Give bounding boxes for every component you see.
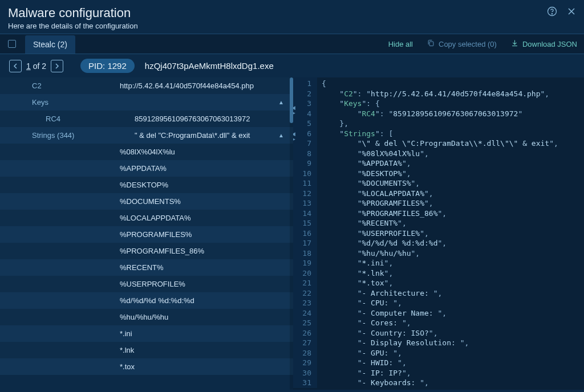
pid-label: PID: xyxy=(88,61,105,71)
label-c2: C2 xyxy=(32,81,42,90)
copy-icon xyxy=(427,39,435,49)
tabbar: Stealc (2) Hide all Copy selected (0) Do… xyxy=(0,34,584,54)
copy-selected-label: Copy selected (0) xyxy=(439,40,497,48)
tree-row-string[interactable]: %APPDATA% xyxy=(0,160,293,177)
pager-prev-button[interactable] xyxy=(9,60,22,72)
main: C2 http://5.42.64.41/40d570f44e84a454.ph… xyxy=(0,77,584,390)
string-value: %USERPROFILE% xyxy=(120,280,185,288)
pager-text: 1 of 2 xyxy=(26,62,46,71)
tree-row-string[interactable]: %PROGRAMFILES% xyxy=(0,226,293,243)
download-json-label: Download JSON xyxy=(522,40,577,48)
tree-row-c2[interactable]: C2 http://5.42.64.41/40d570f44e84a454.ph… xyxy=(0,77,293,94)
string-value: %APPDATA% xyxy=(120,164,167,173)
value-rc4: 8591289561096763067063013972 xyxy=(135,115,250,123)
help-icon[interactable] xyxy=(546,6,558,19)
download-icon xyxy=(510,39,519,49)
string-value: *.ini xyxy=(120,329,132,338)
code-lines[interactable]: { "C2": "http://5.42.64.41/40d570f44e84a… xyxy=(317,77,558,388)
hide-all-label: Hide all xyxy=(388,40,413,48)
page-title: Malware configuration xyxy=(8,6,576,21)
tree-row-string[interactable]: %PROGRAMFILES_86% xyxy=(0,243,293,259)
tree-row-string[interactable]: %DOCUMENTS% xyxy=(0,193,293,210)
tree-row-string[interactable]: %USERPROFILE% xyxy=(0,276,293,292)
tree-row-keys[interactable]: Keys ▲ xyxy=(0,94,293,111)
download-json-button[interactable]: Download JSON xyxy=(510,39,577,49)
string-value: %08lX%04lX%lu xyxy=(120,148,175,156)
string-value: %DESKTOP% xyxy=(120,181,168,189)
string-value: %LOCALAPPDATA% xyxy=(120,214,191,222)
pid-value: 1292 xyxy=(107,61,126,71)
copy-selected-button[interactable]: Copy selected (0) xyxy=(427,39,497,49)
value-c2: http://5.42.64.41/40d570f44e84a454.php xyxy=(120,81,254,90)
value-strings-first: " & del "C:ProgramData\*.dll" & exit xyxy=(135,131,250,140)
line-gutter: 1234567891011121314151617181920212223242… xyxy=(293,77,317,388)
svg-point-1 xyxy=(551,14,552,14)
tree-row-string[interactable]: %RECENT% xyxy=(0,259,293,276)
tree-row-string[interactable]: *.ini xyxy=(0,325,293,342)
string-value: %hu/%hu/%hu xyxy=(120,313,168,321)
pid-chip[interactable]: PID: 1292 xyxy=(80,59,135,73)
tree-row-string[interactable]: %hu/%hu/%hu xyxy=(0,309,293,325)
tree-row-string[interactable]: %d/%d/%d %d:%d:%d xyxy=(0,292,293,309)
pager-of: of xyxy=(33,62,40,71)
process-exe: hzQj407t3pAeMkmtH8lxdDg1.exe xyxy=(145,61,274,71)
pager-total: 2 xyxy=(42,62,46,71)
tree-row-string[interactable]: %LOCALAPPDATA% xyxy=(0,210,293,226)
string-value: %d/%d/%d %d:%d:%d xyxy=(120,296,194,305)
tree-row-string[interactable]: %DESKTOP% xyxy=(0,177,293,193)
page-subtitle: Here are the details of the configuratio… xyxy=(8,22,576,30)
pager-next-button[interactable] xyxy=(51,60,63,72)
string-value: %PROGRAMFILES_86% xyxy=(120,247,204,255)
json-panel: ◀▶ ◀▶ 1234567891011121314151617181920212… xyxy=(293,77,584,390)
string-value: %RECENT% xyxy=(120,263,164,272)
tree-row-string[interactable]: *.lnk xyxy=(0,342,293,358)
close-icon[interactable] xyxy=(566,6,577,19)
hide-all-button[interactable]: Hide all xyxy=(388,40,413,48)
pager: 1 of 2 xyxy=(9,60,63,72)
collapse-icon[interactable]: ▲ xyxy=(278,132,287,138)
tab-stealc[interactable]: Stealc (2) xyxy=(25,35,75,54)
tree-row-string[interactable]: %08lX%04lX%lu xyxy=(0,144,293,160)
string-value: *.lnk xyxy=(120,346,134,354)
collapse-icon[interactable]: ▲ xyxy=(278,99,287,105)
config-tree-panel: C2 http://5.42.64.41/40d570f44e84a454.ph… xyxy=(0,77,293,390)
tree-row-string[interactable]: *.tox xyxy=(0,358,293,375)
select-all-checkbox[interactable] xyxy=(8,40,16,48)
pagerbar: 1 of 2 PID: 1292 hzQj407t3pAeMkmtH8lxdDg… xyxy=(0,54,584,77)
string-value: *.tox xyxy=(120,362,135,371)
string-value: %PROGRAMFILES% xyxy=(120,230,192,239)
label-rc4: RC4 xyxy=(46,115,60,123)
header: Malware configuration Here are the detai… xyxy=(0,0,584,34)
label-strings: Strings (344) xyxy=(32,131,74,140)
tree-row-rc4[interactable]: RC4 8591289561096763067063013972 xyxy=(0,111,293,127)
tree-row-strings[interactable]: Strings (344) " & del "C:ProgramData\*.d… xyxy=(0,127,293,144)
pager-current: 1 xyxy=(26,62,31,71)
string-value: %DOCUMENTS% xyxy=(120,197,181,206)
label-keys: Keys xyxy=(32,98,48,107)
svg-rect-2 xyxy=(429,42,433,46)
